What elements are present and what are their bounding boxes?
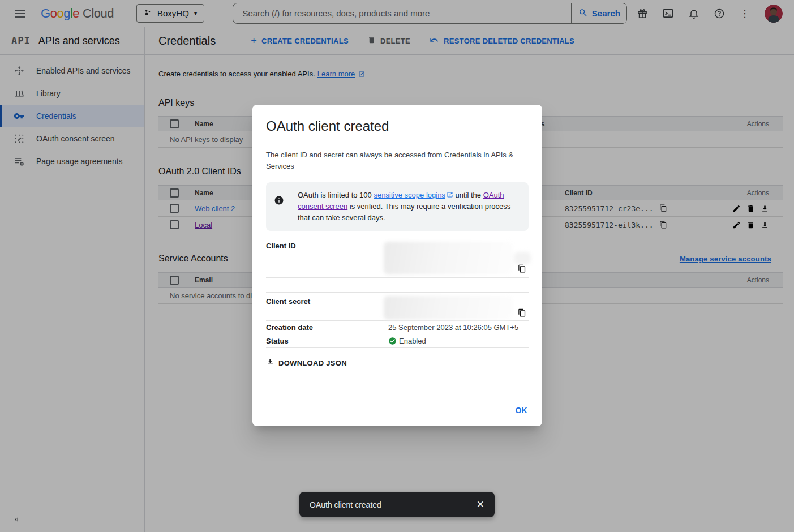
download-json-button[interactable]: DOWNLOAD JSON [266,355,351,370]
ok-button[interactable]: OK [515,406,527,415]
sensitive-scope-logins-link[interactable]: sensitive scope logins [374,191,445,199]
status-row: Status Enabled [266,334,529,348]
redacted-client-id-value [384,242,513,274]
oauth-client-created-dialog: OAuth client created The client ID and s… [252,105,542,426]
client-id-row: Client ID [266,238,529,278]
spacer-row [266,278,529,293]
redacted-client-secret-value [384,296,513,320]
oauth-limit-notice: OAuth is limited to 100 sensitive scope … [266,182,529,231]
snackbar: OAuth client created ✕ [299,492,495,517]
creation-date-value: 25 September 2023 at 10:26:05 GMT+5 [388,323,518,332]
copy-client-id-button[interactable] [518,264,526,273]
redacted-client-id-value [514,252,531,264]
creation-date-row: Creation date 25 September 2023 at 10:26… [266,321,529,334]
client-secret-row: Client secret [266,293,529,321]
snackbar-message: OAuth client created [310,500,381,509]
notice-text: OAuth is limited to 100 sensitive scope … [298,190,518,224]
download-icon [266,358,274,368]
dialog-description: The client ID and secret can always be a… [266,149,521,172]
external-link-icon [447,191,453,198]
close-icon[interactable]: ✕ [477,499,484,510]
check-circle-icon [388,337,397,345]
google-cloud-console: Google Cloud BoxyHQ ▾ Search [0,0,794,532]
info-icon [274,190,291,224]
copy-client-secret-button[interactable] [518,308,526,317]
status-value: Enabled [399,337,426,345]
dialog-title: OAuth client created [266,118,529,134]
